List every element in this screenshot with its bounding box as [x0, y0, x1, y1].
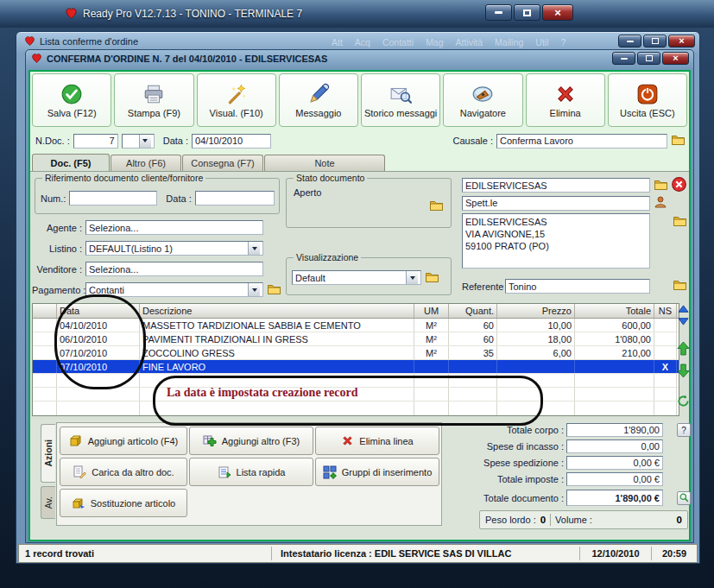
causale-input[interactable]: Conferma Lavoro: [496, 134, 667, 149]
minimize-icon: [627, 41, 634, 42]
col-data[interactable]: Data: [57, 304, 140, 318]
divider: [550, 514, 551, 526]
tab-doc[interactable]: Doc. (F5): [32, 154, 110, 171]
chevron-down-icon[interactable]: [248, 283, 260, 296]
agente-input[interactable]: Seleziona...: [85, 220, 263, 235]
delete-line-button[interactable]: Elimina linea: [315, 427, 439, 455]
stato-value: Aperto: [294, 187, 321, 198]
pagamento-folder-icon[interactable]: [267, 283, 281, 297]
list-close-button[interactable]: ×: [668, 35, 695, 47]
tab-note[interactable]: Note: [264, 155, 385, 171]
menu-item[interactable]: Mailing: [495, 37, 523, 47]
menu-item[interactable]: Acq: [355, 37, 370, 47]
customer-folder-icon[interactable]: [654, 179, 668, 193]
order-maximize-button[interactable]: [637, 52, 660, 65]
replace-article-button[interactable]: Sostituzione articolo: [60, 489, 187, 517]
refresh-icon[interactable]: [677, 395, 690, 408]
table-row[interactable]: 06/10/2010 PAVIMENTI TRADIZIONALI IN GRE…: [33, 332, 679, 346]
load-from-doc-button[interactable]: Carica da altro doc.: [60, 458, 187, 486]
col-um[interactable]: UM: [414, 304, 449, 318]
customer-remove-icon[interactable]: [672, 177, 686, 193]
add-grid-icon: [203, 434, 217, 448]
move-row-up-icon[interactable]: [677, 341, 690, 356]
magnifier-icon: [679, 493, 689, 503]
causale-folder-icon[interactable]: [671, 134, 686, 148]
sort-rows-icon[interactable]: [677, 305, 690, 326]
annotation-text: La data è impostata creazione record: [167, 386, 358, 400]
tab-av[interactable]: Av.: [41, 486, 55, 519]
spettle-input[interactable]: Spett.le: [462, 196, 650, 211]
table-row[interactable]: 07/10/2010 ZOCCOLINO GRESS M² 35 6,00 21…: [33, 346, 679, 360]
app-heart-icon: [65, 7, 78, 22]
delete-button[interactable]: Elimina: [526, 73, 605, 127]
stato-folder-icon[interactable]: [429, 199, 444, 213]
print-button[interactable]: Stampa (F9): [114, 73, 193, 127]
menu-item[interactable]: Util: [535, 37, 548, 47]
menu-item[interactable]: Attività: [456, 37, 483, 47]
visualizzazione-select[interactable]: Default: [292, 270, 421, 285]
ndoc-input[interactable]: 7: [73, 134, 118, 149]
menu-item[interactable]: Mag: [426, 37, 443, 47]
app-maximize-button[interactable]: [514, 4, 540, 21]
chevron-down-icon[interactable]: [248, 242, 260, 255]
document-date-input[interactable]: 04/10/2010: [192, 134, 271, 149]
menu-item[interactable]: Contatti: [382, 37, 414, 47]
col-descrizione[interactable]: Descrizione: [140, 304, 414, 318]
list-window: Lista conferme d'ordine Att Acq Contatti…: [16, 31, 700, 564]
app-minimize-button[interactable]: [485, 4, 512, 21]
menu-item[interactable]: ?: [561, 37, 566, 47]
list-minimize-button[interactable]: [618, 35, 641, 47]
col-ns[interactable]: NS: [654, 304, 677, 318]
referente-input[interactable]: Tonino: [505, 279, 650, 294]
message-history-button[interactable]: Storico messaggi: [361, 73, 440, 127]
desktop: Ready Pro V12.7.13 - TONINO - TERMINALE …: [0, 0, 714, 588]
chevron-down-icon[interactable]: [139, 135, 151, 148]
customer-name-input[interactable]: EDILSERVICESAS: [462, 178, 650, 193]
exit-button[interactable]: Uscita (ESC): [608, 73, 687, 127]
referente-folder-icon[interactable]: [673, 279, 687, 293]
tab-consegna[interactable]: Consegna (F7): [182, 155, 263, 171]
add-article-button[interactable]: Aggiungi articolo (F4): [60, 427, 187, 455]
totale-imposte-label: Totale imposte :: [477, 474, 564, 484]
app-close-button[interactable]: ×: [542, 4, 573, 21]
visualizzazione-folder-icon[interactable]: [425, 271, 439, 285]
order-close-button[interactable]: ×: [662, 52, 689, 65]
add-other-button[interactable]: Aggiungi altro (F3): [189, 427, 313, 455]
tab-altro[interactable]: Altro (F6): [111, 155, 181, 171]
save-button[interactable]: Salva (F12): [32, 73, 111, 127]
move-row-down-icon[interactable]: [677, 364, 690, 378]
navigator-button[interactable]: Navigatore: [443, 73, 522, 127]
rif-data-input[interactable]: [195, 191, 275, 205]
background-menubar: Att Acq Contatti Mag Attività Mailing Ut…: [332, 37, 566, 47]
order-minimize-button[interactable]: [612, 52, 635, 65]
ndoc-suffix-combo[interactable]: [122, 134, 155, 149]
app-title: Ready Pro V12.7.13 - TONINO - TERMINALE …: [83, 8, 302, 20]
insert-groups-button[interactable]: Gruppi di inserimento: [315, 458, 439, 486]
pagamento-label: Pagamento :: [32, 285, 82, 295]
preview-button[interactable]: Visual. (F10): [197, 73, 276, 127]
col-quant[interactable]: Quant.: [449, 304, 497, 318]
spese-spedizione-value: 0,00 €: [566, 456, 663, 470]
address-folder-icon[interactable]: [673, 215, 687, 229]
rif-num-input[interactable]: [69, 191, 157, 205]
listino-select[interactable]: DEFAULT(Listino 1): [85, 241, 263, 256]
document-header-row: N.Doc. : 7 Data : 04/10/2010 Causale : C…: [32, 130, 687, 151]
totals-zoom-button[interactable]: [677, 491, 691, 505]
col-totale[interactable]: Totale: [575, 304, 654, 318]
customer-address-box[interactable]: EDILSERVICESAS VIA AVIGNONE,15 59100 PRA…: [462, 213, 650, 269]
contact-person-icon[interactable]: [654, 195, 667, 211]
col-prezzo[interactable]: Prezzo: [497, 304, 575, 318]
chevron-down-icon[interactable]: [406, 271, 418, 284]
pencil-icon: [307, 83, 330, 105]
menu-item[interactable]: Att: [332, 37, 343, 47]
table-row[interactable]: 04/10/2010 MASSETTO TARDIZIONALE SABBIA …: [33, 319, 679, 332]
list-maximize-button[interactable]: [643, 35, 667, 47]
delete-x-icon: [341, 434, 354, 447]
message-button[interactable]: Messaggio: [279, 73, 358, 127]
venditore-input[interactable]: Seleziona...: [85, 262, 263, 276]
pagamento-select[interactable]: Contanti: [85, 282, 263, 297]
totals-help-button[interactable]: ?: [677, 423, 691, 437]
tab-azioni[interactable]: Azioni: [41, 424, 55, 483]
quick-list-button[interactable]: Lista rapida: [189, 458, 313, 486]
table-row-selected[interactable]: 07/10/2010 FINE LAVORO X: [33, 360, 679, 374]
